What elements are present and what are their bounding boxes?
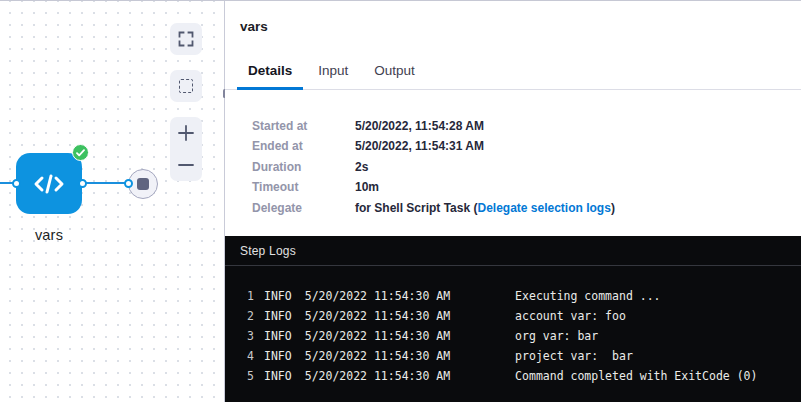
detail-label: Duration (252, 157, 355, 177)
zoom-in-icon (177, 124, 195, 142)
node-port-left[interactable] (12, 179, 21, 188)
detail-value-ended-at: 5/20/2022, 11:54:31 AM (355, 136, 801, 156)
log-line-number: 1 (240, 289, 254, 303)
log-timestamp: 5/20/2022 11:54:30 AM (305, 309, 450, 323)
log-level: INFO (264, 289, 292, 303)
log-line: 5 INFO 5/20/2022 11:54:30 AM Command com… (225, 366, 801, 386)
page-title: vars (225, 1, 801, 34)
zoom-in-button[interactable] (170, 117, 202, 149)
zoom-controls (170, 117, 202, 181)
canvas-toolbar (170, 23, 202, 181)
detail-value-duration: 2s (355, 157, 801, 177)
marquee-select-button[interactable] (170, 70, 202, 102)
tab-output-label: Output (374, 63, 415, 78)
shell-script-code-icon (32, 169, 66, 199)
detail-label: Started at (252, 116, 355, 136)
success-check-icon (72, 144, 89, 161)
log-level: INFO (264, 309, 292, 323)
step-logs-console: Step Logs 1 INFO 5/20/2022 11:54:30 AM E… (225, 236, 801, 402)
marquee-select-icon (179, 79, 193, 93)
log-message: account var: foo (515, 309, 626, 323)
stop-square-icon (137, 178, 149, 190)
delegate-text-suffix: ) (611, 201, 615, 215)
fullscreen-button[interactable] (170, 23, 202, 55)
step-metadata: Started at 5/20/2022, 11:54:28 AM Ended … (252, 116, 801, 218)
log-line-number: 4 (240, 349, 254, 363)
zoom-out-button[interactable] (170, 149, 202, 181)
details-tab-bar: Details Input Output (225, 54, 801, 90)
console-log-area[interactable]: 1 INFO 5/20/2022 11:54:30 AM Executing c… (225, 266, 801, 386)
log-level: INFO (264, 349, 292, 363)
delegate-selection-logs-link[interactable]: Delegate selection logs (477, 201, 610, 215)
end-node-port[interactable] (124, 179, 133, 188)
log-timestamp: 5/20/2022 11:54:30 AM (305, 349, 450, 363)
log-line: 1 INFO 5/20/2022 11:54:30 AM Executing c… (225, 286, 801, 306)
detail-label: Ended at (252, 136, 355, 156)
log-timestamp: 5/20/2022 11:54:30 AM (305, 289, 450, 303)
step-node-vars[interactable] (16, 153, 82, 214)
log-line-number: 2 (240, 309, 254, 323)
console-title: Step Logs (240, 244, 296, 258)
log-line-number: 5 (240, 369, 254, 383)
log-line: 2 INFO 5/20/2022 11:54:30 AM account var… (225, 306, 801, 326)
console-header: Step Logs (225, 236, 801, 266)
tab-input[interactable]: Input (307, 54, 359, 90)
log-message: Command completed with ExitCode (0) (515, 369, 757, 383)
log-level: INFO (264, 329, 292, 343)
node-label: vars (0, 227, 98, 243)
log-timestamp: 5/20/2022 11:54:30 AM (305, 369, 450, 383)
zoom-out-icon (177, 156, 195, 174)
log-message: project var: bar (515, 349, 633, 363)
node-port-right[interactable] (78, 179, 87, 188)
log-message: Executing command ... (515, 289, 660, 303)
tab-output[interactable]: Output (363, 54, 426, 90)
log-message: org var: bar (515, 329, 598, 343)
tab-input-label: Input (318, 63, 348, 78)
delegate-text: for Shell Script Task ( (355, 201, 477, 215)
detail-value-started-at: 5/20/2022, 11:54:28 AM (355, 116, 801, 136)
tab-details-label: Details (248, 63, 292, 78)
step-execution-view: vars (0, 0, 801, 402)
tab-details[interactable]: Details (237, 54, 303, 90)
detail-label: Timeout (252, 177, 355, 197)
detail-value-delegate: for Shell Script Task (Delegate selectio… (355, 198, 801, 218)
step-details-panel: vars Details Input Output Started at 5/2… (225, 1, 801, 402)
log-line-number: 3 (240, 329, 254, 343)
log-timestamp: 5/20/2022 11:54:30 AM (305, 329, 450, 343)
log-line: 3 INFO 5/20/2022 11:54:30 AM org var: ba… (225, 326, 801, 346)
log-line: 4 INFO 5/20/2022 11:54:30 AM project var… (225, 346, 801, 366)
pipeline-canvas[interactable]: vars (0, 1, 225, 402)
log-level: INFO (264, 369, 292, 383)
fullscreen-icon (178, 31, 194, 47)
detail-value-timeout: 10m (355, 177, 801, 197)
detail-label: Delegate (252, 198, 355, 218)
